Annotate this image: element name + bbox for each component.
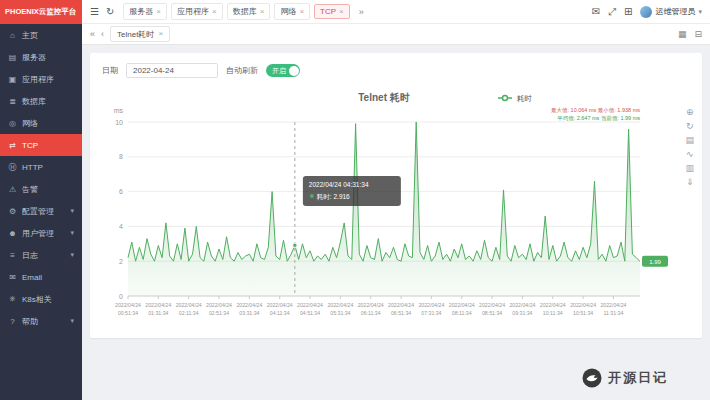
svg-text:平均值: 2.647 ms 当前值: 1.99 ms: 平均值: 2.647 ms 当前值: 1.99 ms [557, 115, 640, 121]
zoom-icon[interactable]: ⊕ [685, 108, 694, 117]
svg-text:2022/04/24: 2022/04/24 [570, 302, 596, 308]
svg-text:2022/04/24: 2022/04/24 [327, 302, 353, 308]
tab-telnet-label: Telnet耗时 [117, 29, 154, 40]
sidebar-item-label: 日志 [22, 250, 38, 261]
sidebar-item-email[interactable]: ✉Email [0, 266, 82, 288]
refresh-icon[interactable]: ↻ [106, 7, 114, 17]
close-icon[interactable]: × [339, 8, 344, 16]
app-title: PHOENIX云监控平台 [5, 7, 76, 17]
sidebar-item-http[interactable]: ⒽHTTP [0, 156, 82, 178]
svg-text:04:11:34: 04:11:34 [270, 310, 290, 316]
message-icon[interactable]: ✉ [592, 7, 600, 17]
svg-text:2022/04/24: 2022/04/24 [600, 302, 626, 308]
tabs-overflow-icon[interactable]: » [359, 7, 364, 17]
sidebar-item-logs[interactable]: ≡日志▾ [0, 244, 82, 266]
svg-text:03:31:34: 03:31:34 [239, 310, 259, 316]
svg-text:11:31:34: 11:31:34 [604, 310, 624, 316]
svg-text:8: 8 [119, 153, 123, 160]
svg-text:4: 4 [119, 223, 123, 230]
svg-text:2022/04/24: 2022/04/24 [145, 302, 171, 308]
tabstrip: « ‹ Telnet耗时 × ▦ ⊟ [82, 24, 710, 45]
user-name: 运维管理员 [655, 6, 695, 17]
svg-text:2022/04/24: 2022/04/24 [115, 302, 141, 308]
user-menu[interactable]: 运维管理员 ▾ [640, 6, 702, 18]
sidebar-item-alarm[interactable]: ⚠告警 [0, 178, 82, 200]
fullscreen-icon[interactable]: ⤢ [608, 7, 616, 17]
config-icon: ⚙ [8, 207, 17, 216]
menu-icon[interactable]: ☰ [90, 7, 99, 17]
topbar-tab-application[interactable]: 应用程序× [171, 3, 223, 20]
help-icon: ? [8, 317, 17, 326]
tab-telnet[interactable]: Telnet耗时 × [110, 26, 170, 42]
line-chart-icon[interactable]: ∿ [685, 150, 694, 159]
sidebar-item-network[interactable]: ◎网络 [0, 112, 82, 134]
network-icon: ◎ [8, 119, 17, 128]
svg-text:01:31:34: 01:31:34 [148, 310, 168, 316]
bar-chart-icon[interactable]: ▥ [685, 164, 694, 173]
sidebar-item-tcp[interactable]: ⇄TCP [0, 134, 82, 156]
svg-text:10:11:34: 10:11:34 [543, 310, 563, 316]
close-icon[interactable]: × [299, 8, 304, 16]
sidebar-item-label: 网络 [22, 118, 38, 129]
sidebar-item-label: 配置管理 [22, 206, 54, 217]
svg-text:1.99: 1.99 [649, 259, 661, 265]
chart-toolbox: ⊕↻▤∿▥⇓ [685, 108, 694, 187]
tabstrip-prev-icon[interactable]: ‹ [101, 30, 104, 39]
topbar-tab-tcp[interactable]: TCP× [314, 4, 350, 19]
close-icon[interactable]: × [212, 8, 217, 16]
svg-text:00:51:34: 00:51:34 [118, 310, 138, 316]
sidebar-item-home[interactable]: ⌂主页 [0, 24, 82, 46]
panel-icon[interactable]: ▦ [678, 30, 687, 39]
close-icon[interactable]: × [260, 8, 265, 16]
sidebar-item-server[interactable]: ▤服务器 [0, 46, 82, 68]
sidebar-item-label: HTTP [22, 163, 43, 172]
sidebar-item-k8s[interactable]: ⎈K8s相关 [0, 288, 82, 310]
sidebar-item-users[interactable]: ☻用户管理▾ [0, 222, 82, 244]
database-icon: ≣ [8, 97, 17, 106]
user-icon: ☻ [8, 229, 17, 238]
email-icon: ✉ [8, 273, 17, 282]
sidebar-item-help[interactable]: ?帮助▾ [0, 310, 82, 332]
toggle-label: 开启 [272, 66, 286, 76]
brand-bird-icon [582, 368, 602, 388]
sidebar-item-label: 主页 [22, 30, 38, 41]
sidebar-item-application[interactable]: ▣应用程序 [0, 68, 82, 90]
svg-text:05:31:34: 05:31:34 [330, 310, 350, 316]
topbar-tab-network[interactable]: 网络× [274, 3, 310, 20]
svg-text:02:51:34: 02:51:34 [209, 310, 229, 316]
data-view-icon[interactable]: ▤ [685, 136, 694, 145]
sidebar-item-database[interactable]: ≣数据库 [0, 90, 82, 112]
tab-label: TCP [320, 7, 336, 16]
server-icon: ▤ [8, 53, 17, 62]
tabstrip-scroll-left-icon[interactable]: « [90, 30, 95, 39]
download-icon[interactable]: ⇓ [685, 178, 694, 187]
close-icon[interactable]: × [156, 8, 161, 16]
topbar-tabs: 服务器×应用程序×数据库×网络×TCP× [123, 3, 349, 20]
restore-icon[interactable]: ↻ [685, 122, 694, 131]
close-icon[interactable]: × [158, 30, 163, 38]
grid-icon[interactable]: ⊞ [624, 7, 632, 17]
svg-text:06:51:34: 06:51:34 [391, 310, 411, 316]
svg-text:10: 10 [115, 119, 123, 126]
svg-text:2022/04/24: 2022/04/24 [449, 302, 475, 308]
auto-refresh-label: 自动刷新 [226, 65, 258, 76]
telnet-card: 日期 2022-04-24 自动刷新 开启 0246810ms2022/ [90, 53, 702, 338]
chevron-down-icon: ▾ [70, 251, 74, 259]
sidebar-item-label: 数据库 [22, 96, 46, 107]
date-input[interactable]: 2022-04-24 [126, 63, 218, 78]
svg-text:2: 2 [119, 258, 123, 265]
topbar-tab-server[interactable]: 服务器× [123, 3, 167, 20]
topbar-right: ✉ ⤢ ⊞ 运维管理员 ▾ [592, 6, 702, 18]
app-logo: PHOENIX云监控平台 [0, 0, 82, 24]
svg-text:2022/04/24: 2022/04/24 [388, 302, 414, 308]
collapse-icon[interactable]: ⊟ [694, 30, 702, 39]
sidebar-item-label: 用户管理 [22, 228, 54, 239]
tcp-icon: ⇄ [8, 141, 17, 150]
auto-refresh-toggle[interactable]: 开启 [266, 64, 300, 77]
topbar-tab-database[interactable]: 数据库× [227, 3, 271, 20]
sidebar-item-label: K8s相关 [22, 294, 52, 305]
sidebar-menu: ⌂主页▤服务器▣应用程序≣数据库◎网络⇄TCPⒽHTTP⚠告警⚙配置管理▾☻用户… [0, 24, 82, 400]
sidebar-item-config[interactable]: ⚙配置管理▾ [0, 200, 82, 222]
svg-text:最大值: 10.064 ms 最小值: 1.938 ms: 最大值: 10.064 ms 最小值: 1.938 ms [551, 107, 640, 113]
svg-text:08:51:34: 08:51:34 [482, 310, 502, 316]
